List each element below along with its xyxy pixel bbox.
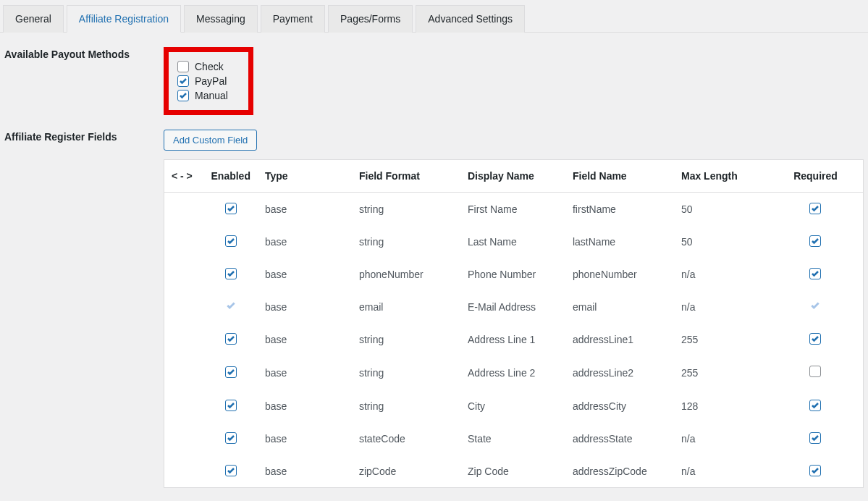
enabled-cell bbox=[204, 390, 258, 422]
required-cell bbox=[768, 455, 864, 488]
col-type: Type bbox=[258, 160, 352, 193]
payout-paypal-item[interactable]: PayPal bbox=[177, 74, 228, 88]
checkbox-icon[interactable] bbox=[225, 268, 237, 279]
table-row: basephoneNumberPhone NumberphoneNumbern/… bbox=[164, 258, 864, 290]
tab-pages-forms[interactable]: Pages/Forms bbox=[328, 5, 413, 33]
table-row: basestateCodeStateaddressStaten/a bbox=[164, 422, 864, 455]
field-format-cell: string bbox=[352, 323, 460, 355]
checkbox-icon[interactable] bbox=[809, 203, 821, 214]
enabled-cell bbox=[204, 323, 258, 355]
tab-affiliate-registration[interactable]: Affiliate Registration bbox=[67, 5, 181, 33]
field-name-cell: phoneNumber bbox=[565, 258, 674, 290]
table-header-row: < - > Enabled Type Field Format Display … bbox=[164, 160, 864, 193]
checkbox-icon[interactable] bbox=[177, 90, 189, 101]
checkbox-icon[interactable] bbox=[225, 465, 237, 476]
field-format-cell: stateCode bbox=[352, 422, 460, 455]
enabled-cell bbox=[204, 258, 258, 290]
col-display-name: Display Name bbox=[460, 160, 565, 193]
type-cell: base bbox=[258, 290, 352, 323]
type-cell: base bbox=[258, 355, 352, 390]
check-icon bbox=[810, 300, 820, 311]
checkbox-icon[interactable] bbox=[177, 61, 189, 72]
checkbox-icon[interactable] bbox=[809, 268, 821, 279]
reorder-cell[interactable] bbox=[164, 225, 204, 258]
reorder-cell[interactable] bbox=[164, 455, 204, 488]
payout-manual-label: Manual bbox=[195, 90, 228, 101]
max-length-cell: n/a bbox=[674, 455, 768, 488]
max-length-cell: 128 bbox=[674, 390, 768, 422]
table-row: basestringCityaddressCity128 bbox=[164, 390, 864, 422]
payout-paypal-label: PayPal bbox=[195, 75, 227, 87]
max-length-cell: 50 bbox=[674, 225, 768, 258]
tab-advanced-settings[interactable]: Advanced Settings bbox=[416, 5, 525, 33]
enabled-cell bbox=[204, 455, 258, 488]
col-field-name: Field Name bbox=[565, 160, 674, 193]
reorder-cell[interactable] bbox=[164, 422, 204, 455]
col-max-length: Max Length bbox=[674, 160, 768, 193]
checkbox-icon[interactable] bbox=[225, 333, 237, 345]
reorder-cell[interactable] bbox=[164, 258, 204, 290]
checkbox-icon[interactable] bbox=[809, 465, 821, 476]
field-name-cell: addressLine1 bbox=[565, 323, 674, 355]
checkbox-icon[interactable] bbox=[225, 432, 237, 444]
payout-methods-row: Available Payout Methods Check PayPal bbox=[4, 47, 864, 115]
type-cell: base bbox=[258, 422, 352, 455]
display-name-cell: First Name bbox=[460, 193, 565, 226]
checkbox-icon[interactable] bbox=[809, 333, 821, 345]
register-fields-label: Affiliate Register Fields bbox=[4, 130, 164, 143]
required-cell bbox=[768, 290, 864, 323]
display-name-cell: Zip Code bbox=[460, 455, 565, 488]
type-cell: base bbox=[258, 323, 352, 355]
checkbox-icon[interactable] bbox=[809, 400, 821, 411]
checkbox-icon[interactable] bbox=[809, 366, 821, 377]
field-name-cell: email bbox=[565, 290, 674, 323]
display-name-cell: Address Line 2 bbox=[460, 355, 565, 390]
required-cell bbox=[768, 390, 864, 422]
enabled-cell bbox=[204, 422, 258, 455]
required-cell bbox=[768, 422, 864, 455]
checkbox-icon[interactable] bbox=[225, 366, 237, 378]
reorder-cell[interactable] bbox=[164, 390, 204, 422]
type-cell: base bbox=[258, 258, 352, 290]
reorder-cell[interactable] bbox=[164, 323, 204, 355]
add-custom-field-button[interactable]: Add Custom Field bbox=[164, 130, 257, 151]
table-row: basestringFirst NamefirstName50 bbox=[164, 193, 864, 226]
checkbox-icon[interactable] bbox=[177, 75, 189, 87]
checkbox-icon[interactable] bbox=[809, 432, 821, 444]
required-cell bbox=[768, 258, 864, 290]
field-name-cell: addressCity bbox=[565, 390, 674, 422]
field-format-cell: zipCode bbox=[352, 455, 460, 488]
max-length-cell: 255 bbox=[674, 323, 768, 355]
max-length-cell: n/a bbox=[674, 422, 768, 455]
checkbox-icon[interactable] bbox=[225, 235, 237, 247]
type-cell: base bbox=[258, 455, 352, 488]
display-name-cell: City bbox=[460, 390, 565, 422]
tab-general[interactable]: General bbox=[3, 5, 64, 33]
payout-methods-label: Available Payout Methods bbox=[4, 47, 164, 60]
display-name-cell: State bbox=[460, 422, 565, 455]
payout-manual-item[interactable]: Manual bbox=[177, 88, 228, 103]
enabled-cell bbox=[204, 355, 258, 390]
display-name-cell: Last Name bbox=[460, 225, 565, 258]
table-row: basestringAddress Line 1addressLine1255 bbox=[164, 323, 864, 355]
reorder-cell[interactable] bbox=[164, 290, 204, 323]
field-format-cell: string bbox=[352, 193, 460, 226]
content-area: Available Payout Methods Check PayPal bbox=[0, 33, 868, 501]
settings-tabs: General Affiliate Registration Messaging… bbox=[0, 0, 868, 33]
table-row: baseemailE-Mail Addressemailn/a bbox=[164, 290, 864, 323]
display-name-cell: E-Mail Address bbox=[460, 290, 565, 323]
reorder-cell[interactable] bbox=[164, 355, 204, 390]
tab-payment[interactable]: Payment bbox=[261, 5, 325, 33]
display-name-cell: Address Line 1 bbox=[460, 323, 565, 355]
max-length-cell: n/a bbox=[674, 258, 768, 290]
required-cell bbox=[768, 323, 864, 355]
checkbox-icon[interactable] bbox=[809, 235, 821, 247]
payout-check-item[interactable]: Check bbox=[177, 59, 228, 74]
tab-messaging[interactable]: Messaging bbox=[184, 5, 258, 33]
reorder-cell[interactable] bbox=[164, 193, 204, 226]
checkbox-icon[interactable] bbox=[225, 203, 237, 214]
required-cell bbox=[768, 193, 864, 226]
table-row: basestringLast NamelastName50 bbox=[164, 225, 864, 258]
checkbox-icon[interactable] bbox=[225, 400, 237, 411]
payout-check-label: Check bbox=[195, 61, 224, 72]
